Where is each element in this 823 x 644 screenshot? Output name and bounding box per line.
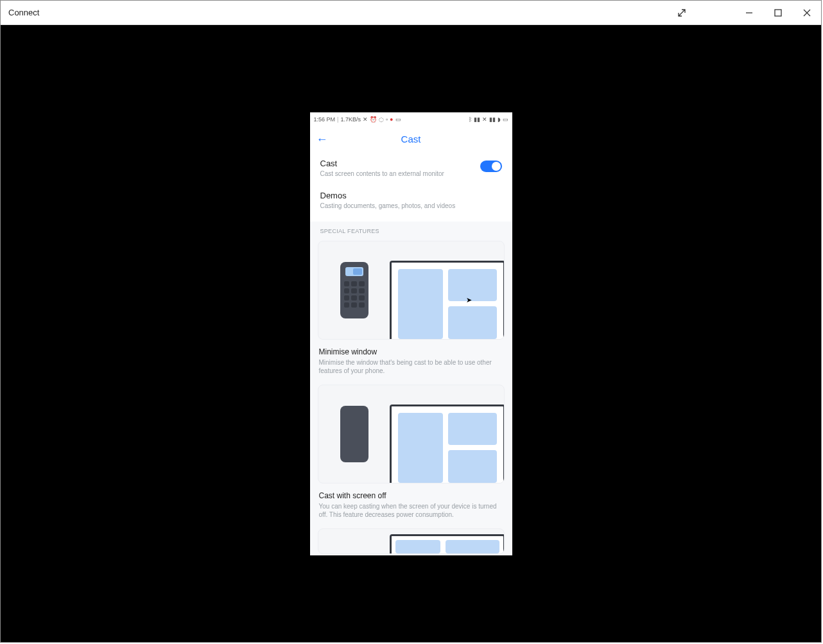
feature-minimise: ➤ Minimise window Minimise the window th… (310, 238, 512, 382)
bluetooth-icon: ᛒ (469, 116, 472, 123)
demos-desc: Casting documents, games, photos, and vi… (320, 202, 502, 210)
cast-desc: Cast screen contents to an external moni… (320, 170, 480, 178)
alarm-icon: ⏰ (370, 116, 377, 123)
status-time: 1:56 PM (314, 116, 336, 123)
content-area: 1:56 PM | 1.7KB/s ✕ ⏰ ◌ ▫ ● ▭ ᛒ ▮▮ ✕ ▮▮ … (1, 25, 821, 642)
whatsapp-icon: ◌ (379, 116, 384, 123)
phone-statusbar: 1:56 PM | 1.7KB/s ✕ ⏰ ◌ ▫ ● ▭ ᛒ ▮▮ ✕ ▮▮ … (310, 112, 512, 126)
signal2-icon: ▮▮ (489, 116, 496, 123)
x-icon: ▫ (386, 116, 388, 123)
feature-screenoff: Cast with screen off You can keep castin… (310, 382, 512, 526)
phone-off-illustration (340, 406, 368, 462)
battery-icon: ▭ (503, 116, 508, 123)
cursor-icon: ➤ (466, 296, 472, 304)
feature-screenoff-title: Cast with screen off (319, 491, 503, 500)
feature-screenoff-illustration (318, 385, 505, 483)
cast-toggle[interactable] (480, 161, 502, 172)
svg-rect-0 (775, 10, 781, 16)
remote-illustration (340, 262, 368, 318)
demos-row[interactable]: Demos Casting documents, games, photos, … (310, 184, 512, 216)
fullscreen-icon[interactable] (667, 1, 696, 25)
mirrored-phone-screen: 1:56 PM | 1.7KB/s ✕ ⏰ ◌ ▫ ● ▭ ᛒ ▮▮ ✕ ▮▮ … (310, 112, 512, 555)
titlebar: Connect (1, 1, 821, 25)
minimize-icon[interactable] (734, 1, 763, 25)
feature-third (310, 526, 512, 554)
feature-screenoff-desc: You can keep casting when the screen of … (319, 502, 503, 519)
youtube-icon: ▭ (395, 116, 401, 123)
monitor-illustration-2 (390, 405, 505, 483)
status-speed: 1.7KB/s (340, 116, 361, 123)
back-arrow-icon[interactable]: ← (316, 134, 328, 145)
phone-header: ← Cast (310, 126, 512, 152)
demos-title: Demos (320, 191, 502, 200)
volte-icon: ✕ (482, 116, 487, 123)
cast-setting-row[interactable]: Cast Cast screen contents to an external… (310, 152, 512, 184)
feature-third-illustration (318, 528, 505, 554)
mute-icon: ✕ (363, 116, 368, 123)
titlebar-controls (667, 1, 821, 25)
feature-minimise-illustration: ➤ (318, 241, 505, 340)
signal-icon: ▮▮ (474, 116, 480, 123)
wifi-icon: ◗ (498, 116, 501, 123)
maximize-icon[interactable] (763, 1, 792, 25)
record-icon: ● (390, 116, 393, 123)
monitor-illustration (390, 261, 505, 339)
app-window: Connect 1:56 PM | 1.7KB/s ✕ (0, 0, 822, 643)
window-title: Connect (8, 8, 667, 17)
feature-minimise-title: Minimise window (319, 347, 503, 356)
special-features-header: SPECIAL FEATURES (310, 222, 512, 238)
page-title: Cast (401, 134, 421, 144)
close-icon[interactable] (792, 1, 821, 25)
cast-title: Cast (320, 159, 480, 168)
feature-minimise-desc: Minimise the window that's being cast to… (319, 358, 503, 376)
monitor-illustration-3 (390, 534, 505, 553)
